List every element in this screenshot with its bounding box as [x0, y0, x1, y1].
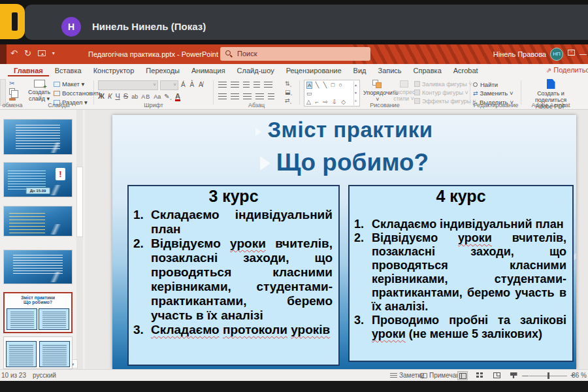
search-box[interactable]: Поиск [220, 47, 370, 61]
quick-styles-icon [400, 80, 408, 88]
highlight-pen-icon[interactable]: ✎˯ [164, 93, 172, 100]
slide-thumbnail-4[interactable] [3, 250, 73, 284]
slides-group-label: Слайды [26, 102, 91, 108]
meeting-app-icon[interactable] [0, 4, 25, 39]
ribbon-display-options-icon[interactable]: ⌃ [568, 50, 575, 56]
text-direction-icon[interactable]: ⇅˯ [285, 80, 292, 87]
qat-dropdown-icon[interactable]: ▾ [52, 50, 55, 56]
ribbon: ✂ обмена Создать слайд ▾ Макет ▾ Восстан… [0, 78, 588, 110]
cut-icon[interactable]: ✂ [9, 80, 16, 87]
textbox-shape-icon[interactable]: А [306, 82, 312, 89]
font-style-button-3[interactable]: S [123, 92, 128, 100]
align-center-icon[interactable] [231, 93, 239, 99]
numbering-icon[interactable] [231, 82, 239, 88]
zoom-slider-thumb[interactable] [547, 372, 549, 379]
alert-exclamation-icon: ! [56, 168, 65, 180]
shape-outline-icon [414, 90, 420, 95]
increase-indent-icon[interactable] [253, 82, 260, 88]
slide-canvas[interactable]: Зміст практики Що робимо? 3 курс 1.Склад… [112, 115, 576, 369]
normal-view-button[interactable] [457, 371, 468, 380]
share-button[interactable]: ⇗ Поделиться [546, 66, 588, 74]
account-avatar[interactable]: НП [550, 48, 563, 61]
ribbon-tab-вставка[interactable]: Вставка [49, 64, 88, 76]
start-slideshow-icon[interactable] [38, 50, 46, 56]
undo-icon[interactable]: ↶ [10, 48, 18, 58]
ribbon-tab-acrobat[interactable]: Acrobat [448, 64, 484, 76]
ribbon-tab-конструктор[interactable]: Конструктор [88, 64, 140, 76]
slideshow-icon [510, 372, 517, 378]
thumbnails-scrollbar-thumb[interactable] [76, 167, 83, 237]
columns-icon[interactable] [268, 93, 274, 99]
language-indicator[interactable]: русский [33, 372, 56, 379]
font-size-combo[interactable] [160, 80, 178, 90]
decrease-indent-icon[interactable] [243, 82, 250, 88]
slide-thumbnail-2[interactable]: !До 15.09 [3, 162, 73, 197]
redo-icon[interactable]: ↻ [24, 48, 31, 58]
drawing-group-label: Рисование [302, 102, 468, 108]
ribbon-tab-главная[interactable]: Главная [8, 64, 49, 76]
align-right-icon[interactable] [243, 93, 252, 99]
bullet-triangle-icon [260, 156, 270, 171]
zoom-out-icon[interactable]: — [522, 372, 529, 379]
copy-icon[interactable] [9, 88, 15, 95]
thumbnails-scrollbar-track[interactable] [76, 110, 83, 369]
font-style-button-4[interactable]: ab [131, 93, 138, 100]
replace-button[interactable]: ⇄Заменить ˅ [473, 89, 514, 98]
course4-textbox[interactable]: 4 курс 1.Складаємо індивідуальний план2.… [348, 185, 574, 362]
bullet-triangle-icon [255, 128, 261, 136]
slide-title-line2[interactable]: Що робимо? [112, 149, 576, 176]
slide-thumbnail-5[interactable]: Зміст практикиЩо робимо? [3, 292, 73, 333]
zoom-percentage[interactable]: 86 % [572, 372, 587, 379]
layout-icon [54, 82, 60, 87]
ribbon-tab-переходы[interactable]: Переходы [140, 64, 186, 76]
ribbon-tab-рецензирование[interactable]: Рецензирование [280, 64, 348, 76]
font-style-button-1[interactable]: К [108, 92, 112, 100]
align-text-icon[interactable]: ⬓˯ [285, 89, 293, 95]
font-size-buttons[interactable]: А́ А̌ А̸ [181, 81, 204, 88]
paragraph-row1[interactable] [218, 82, 272, 88]
font-style-button-6[interactable]: Аа [154, 93, 161, 100]
notes-icon [390, 373, 397, 378]
arrange-button[interactable]: Упорядочить˅ [363, 80, 392, 103]
adobe-pdf-icon [547, 79, 555, 89]
reading-view-button[interactable] [491, 371, 502, 380]
format-painter-icon[interactable] [9, 98, 16, 101]
slide-title-line1[interactable]: Зміст практики [112, 118, 576, 142]
ribbon-tab-справка[interactable]: Справка [408, 64, 448, 76]
shape-fill-button[interactable]: Заливка фигуры ˅ [414, 80, 476, 89]
slide-thumbnails-panel: ▾ !До 15.09Зміст практикиЩо робимо? [0, 110, 85, 369]
align-left-icon[interactable] [218, 93, 227, 99]
slide-thumbnail-3[interactable] [3, 206, 73, 237]
notes-button[interactable]: Заметки [390, 372, 424, 379]
course3-list: 1.Складаємо індивідуальний план2.Відвіду… [129, 206, 338, 337]
line-spacing-icon[interactable] [264, 82, 272, 88]
minimize-icon[interactable]: — [580, 50, 587, 57]
ribbon-tab-анимация[interactable]: Анимация [186, 64, 231, 76]
font-style-button-5[interactable]: АВ [141, 93, 150, 100]
account-name[interactable]: Нінель Правова [493, 50, 546, 58]
course3-textbox[interactable]: 3 курс 1.Складаємо індивідуальний план2.… [127, 185, 340, 366]
font-style-button-2[interactable]: Ч [115, 92, 120, 100]
paragraph-row2[interactable] [218, 93, 274, 99]
slide-sorter-view-button[interactable] [474, 371, 485, 380]
find-button[interactable]: Найти [473, 80, 514, 89]
ribbon-tab-вид[interactable]: Вид [348, 64, 372, 76]
letterbox-strip [0, 381, 588, 392]
ribbon-tab-слайд-шоу[interactable]: Слайд-шоу [231, 64, 280, 76]
editing-group-label: Редактирование [472, 102, 520, 108]
font-style-button-0[interactable]: Ж [98, 92, 105, 100]
layout-button[interactable]: Макет ▾ [54, 80, 84, 88]
bullets-icon[interactable] [218, 82, 227, 88]
slideshow-view-button[interactable] [508, 371, 519, 380]
reset-icon [54, 91, 60, 96]
slide-thumbnail-6[interactable] [3, 336, 73, 369]
font-color-icon[interactable]: А [175, 93, 180, 101]
reset-button[interactable]: Восстановить [54, 90, 102, 97]
slide-thumbnail-1[interactable] [3, 119, 73, 155]
ribbon-tab-запись[interactable]: Запись [372, 64, 408, 76]
acrobat-group-label: Adobe Acrobat [523, 102, 579, 108]
justify-icon[interactable] [255, 93, 264, 99]
quick-styles-button[interactable]: Экспресс-стили ˅ [393, 80, 415, 102]
font-name-combo[interactable] [98, 80, 158, 90]
shape-outline-button[interactable]: Контур фигуры ˅ [414, 89, 476, 97]
